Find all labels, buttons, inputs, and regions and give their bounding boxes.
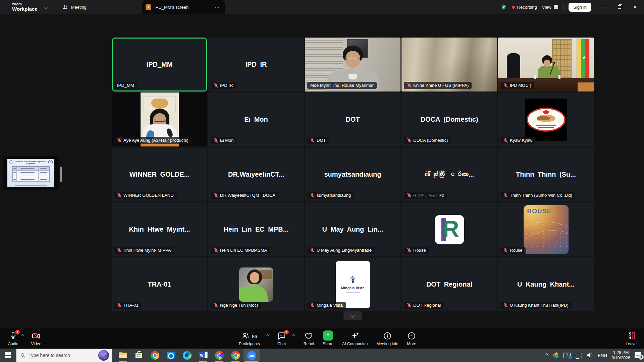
- taskbar-file-explorer[interactable]: [115, 349, 131, 362]
- profile-avatar: ROUSE: [524, 205, 569, 254]
- participant-tile[interactable]: DOCA (Domestic) DOCA (Domestic): [401, 93, 497, 146]
- profile-avatar: [525, 99, 567, 141]
- meeting-info-button[interactable]: Meeting info: [374, 328, 401, 349]
- taskbar-search-input[interactable]: Type here to search: [16, 349, 112, 362]
- muted-mic-icon: [407, 193, 411, 198]
- tab-screen-share[interactable]: I IPD_MM's screen ⋯: [142, 0, 225, 14]
- muted-mic-icon: [407, 303, 411, 308]
- view-button[interactable]: View: [542, 5, 558, 10]
- participant-name-label: Khin Htwe Myint- MIPPA: [114, 247, 174, 254]
- participants-button[interactable]: 86 Participants: [236, 328, 263, 349]
- participant-tile[interactable]: Thinn Thinn (Su... Thinn Thinn (Sumo Win…: [498, 147, 594, 201]
- participant-tile[interactable]: Moe Mynn Thu, Rouse Myanmar: [305, 38, 400, 92]
- people-icon: [62, 4, 68, 10]
- taskbar-chrome-2[interactable]: [227, 349, 244, 362]
- taskbar-clock[interactable]: 1:28 PM 3/10/2026: [611, 350, 630, 361]
- muted-mic-icon: [117, 248, 121, 253]
- participant-tile[interactable]: Khine Khine U - GS (MIPPA): [401, 38, 497, 92]
- screen-share-tab-icon: I: [146, 4, 151, 10]
- screen-share-preview[interactable]: Trademark Application and Registration i…: [3, 156, 59, 190]
- participant-grid: IPD_MM IPD_MM IPD IR IPD IR Moe Mynn Thu…: [112, 38, 594, 311]
- participant-name-label: WINNER GOLDEN LAND: [114, 192, 177, 199]
- participant-name-label: IPD IR: [211, 82, 236, 89]
- participant-tile[interactable]: ဒေါ်ဆုံကြီး ငပိထော... ဒေါ်ဆုံကြီး ငပိထော…: [401, 147, 497, 201]
- volume-icon[interactable]: [586, 352, 593, 358]
- minimize-button[interactable]: [596, 0, 612, 14]
- participant-tile[interactable]: WINNER GOLDE... WINNER GOLDEN LAND: [112, 147, 207, 201]
- participant-name-label: Rouse: [500, 247, 526, 254]
- muted-mic-icon: [310, 303, 315, 308]
- start-button[interactable]: [0, 349, 16, 362]
- scrollbar-thumb[interactable]: [60, 167, 62, 182]
- recording-dot-icon: [512, 6, 515, 9]
- taskbar-ms-store[interactable]: [131, 349, 147, 362]
- taskbar-edge[interactable]: [179, 349, 195, 362]
- shared-slide-thumbnail: Trademark Application and Registration i…: [7, 159, 54, 187]
- notification-center-icon[interactable]: 3: [635, 352, 641, 358]
- participant-tile[interactable]: IPD IR IPD IR: [208, 38, 304, 92]
- hidden-icons-caret[interactable]: [545, 353, 549, 357]
- participant-name-label: DR.WaiyeelinCTQM , DOCA: [211, 192, 278, 199]
- participant-tile[interactable]: Kyaw Kyaw: [498, 93, 594, 146]
- participant-tile[interactable]: Nge Nge Tun (Moc): [208, 257, 304, 311]
- video-button[interactable]: Video: [29, 328, 44, 349]
- chrome-icon: [231, 351, 240, 360]
- participant-tile[interactable]: sumyatsandiaung sumyatsandiaung: [305, 147, 400, 201]
- windows-taskbar: Type here to search W zm ENG 1:28 PM 3/1…: [0, 349, 644, 362]
- cast-connect-icon[interactable]: [564, 353, 571, 358]
- tray-app-icon[interactable]: [552, 352, 559, 358]
- react-button[interactable]: React: [301, 328, 317, 349]
- participant-tile[interactable]: Aye Aye Aung (A3+Hair products): [112, 93, 207, 146]
- taskbar-chrome[interactable]: [147, 349, 163, 362]
- sign-in-button[interactable]: Sign in: [569, 3, 591, 12]
- participant-name-label: IPD_MM: [114, 82, 137, 89]
- ai-companion-icon: [351, 331, 360, 340]
- leave-button[interactable]: Leave: [623, 328, 639, 349]
- security-shield-icon[interactable]: [500, 4, 507, 10]
- next-page-button[interactable]: [343, 311, 362, 320]
- audio-options-caret[interactable]: [20, 334, 24, 338]
- participant-tile[interactable]: Mingala Vista Mingala Vista: [305, 257, 400, 311]
- tab-meeting[interactable]: Meeting: [62, 4, 87, 10]
- participant-name-label: Ei Mon: [211, 137, 236, 144]
- taskbar-chrome-profile[interactable]: [211, 349, 227, 362]
- participant-tile[interactable]: Khin Htwe Myint... Khin Htwe Myint- MIPP…: [112, 202, 207, 256]
- taskbar-outlook[interactable]: [163, 349, 179, 362]
- file-explorer-icon: [119, 353, 127, 358]
- audio-button[interactable]: ! Audio: [5, 328, 21, 349]
- share-screen-button[interactable]: Share: [320, 328, 336, 349]
- taskbar-word[interactable]: W: [195, 349, 211, 362]
- participants-options-caret[interactable]: [265, 334, 269, 338]
- taskbar-zoom[interactable]: zm: [244, 349, 260, 362]
- muted-mic-icon: [117, 193, 121, 198]
- chat-options-caret[interactable]: [291, 334, 295, 338]
- participant-tile[interactable]: DOT DOT: [305, 93, 400, 146]
- tab-options-icon[interactable]: ⋯: [213, 3, 221, 11]
- participant-tile[interactable]: R Rouse: [401, 202, 497, 256]
- participant-tile[interactable]: Hein Lin EC MPB... Hein Lin EC MPBMSMA: [208, 202, 304, 256]
- title-bar: zoom Workplace Meeting I IPD_MM's screen…: [0, 0, 644, 14]
- chat-button[interactable]: 1 Chat: [275, 328, 289, 349]
- participant-tile[interactable]: DOT Regional DOT Regional: [401, 257, 497, 311]
- participant-tile[interactable]: ★ IPD MOC (: [498, 38, 594, 92]
- muted-mic-icon: [214, 83, 218, 88]
- close-button[interactable]: ✕: [627, 0, 643, 14]
- participant-name-label: Mingala Vista: [307, 302, 346, 309]
- participant-tile[interactable]: ROUSE Rouse: [498, 202, 594, 256]
- participant-tile[interactable]: TRA-01 TRA-01: [112, 257, 207, 311]
- more-button[interactable]: More: [405, 328, 419, 349]
- participant-tile[interactable]: IPD_MM IPD_MM: [112, 38, 207, 92]
- participant-tile[interactable]: U Kaung Khant... U Kaung Khant Thu Rain(…: [498, 257, 594, 311]
- copilot-planet-icon[interactable]: [98, 350, 109, 361]
- participant-tile[interactable]: DR.WaiyeelinCT... DR.WaiyeelinCTQM , DOC…: [208, 147, 304, 201]
- slide-footer: [15, 185, 47, 186]
- recording-indicator[interactable]: Recording: [512, 5, 537, 10]
- participant-tile[interactable]: Ei Mon Ei Mon: [208, 93, 304, 146]
- restore-button[interactable]: [612, 0, 627, 14]
- muted-mic-icon: [407, 83, 411, 88]
- language-indicator[interactable]: ENG: [598, 353, 607, 358]
- workspace-caret-icon[interactable]: [44, 5, 48, 9]
- participant-tile[interactable]: U May Aung Lin... U May Aung Ling/Myantr…: [305, 202, 400, 256]
- network-icon[interactable]: [575, 353, 582, 358]
- ai-companion-button[interactable]: AI Companion: [339, 328, 370, 349]
